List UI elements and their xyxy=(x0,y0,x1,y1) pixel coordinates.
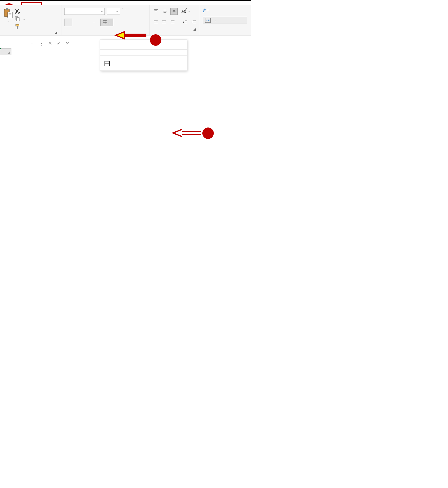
svg-rect-2 xyxy=(8,12,12,18)
svg-point-6 xyxy=(15,12,16,13)
row-headers xyxy=(0,48,11,55)
cut-button[interactable] xyxy=(15,8,25,14)
svg-text:c: c xyxy=(203,10,204,13)
underline-button[interactable] xyxy=(83,19,91,26)
svg-rect-1 xyxy=(6,8,8,10)
cancel-formula-button[interactable]: ✕ xyxy=(46,41,54,46)
copy-button[interactable]: ⌄ xyxy=(15,16,25,21)
align-left-button[interactable] xyxy=(152,19,159,26)
increase-indent-button[interactable] xyxy=(190,19,197,26)
borders-dropdown xyxy=(100,40,187,55)
align-bottom-button[interactable] xyxy=(170,8,178,15)
align-right-button[interactable] xyxy=(169,19,176,26)
bold-button[interactable] xyxy=(64,19,72,26)
svg-point-7 xyxy=(18,12,20,13)
svg-rect-41 xyxy=(205,18,210,23)
merge-center-button[interactable]: ⌄ xyxy=(203,17,247,24)
enter-formula-button[interactable]: ✓ xyxy=(54,41,63,46)
copy-chevron-icon[interactable]: ⌄ xyxy=(23,17,25,20)
font-size-select[interactable]: ⌄ xyxy=(107,8,120,15)
paintbrush-icon xyxy=(15,24,20,29)
annotation-arrow-2 xyxy=(114,31,148,40)
merge-icon xyxy=(205,18,211,23)
svg-rect-10 xyxy=(16,24,19,26)
orientation-button[interactable]: ab⌄ xyxy=(181,8,191,15)
group-wrap-merge: abc ⌄ xyxy=(200,5,250,35)
decrease-indent-button[interactable] xyxy=(182,19,189,26)
wrap-text-button[interactable]: abc xyxy=(203,8,247,13)
dd-section-borders xyxy=(100,42,187,45)
dd-section-draw xyxy=(100,51,187,54)
paste-button[interactable]: ⌄ xyxy=(3,8,15,29)
increase-font-button[interactable]: ˆ xyxy=(122,8,123,15)
paste-icon xyxy=(3,8,13,19)
alignment-dialog-launcher[interactable]: ◢ xyxy=(193,27,197,31)
scissors-icon xyxy=(15,8,20,14)
align-top-button[interactable] xyxy=(152,8,160,15)
underline-chevron[interactable]: ⌄ xyxy=(93,21,95,24)
paste-chevron-icon[interactable]: ⌄ xyxy=(7,19,9,22)
decrease-font-button[interactable]: ˇ xyxy=(125,9,125,14)
select-all-corner[interactable] xyxy=(0,48,11,55)
formula-handle-icon[interactable]: ⋮ xyxy=(37,41,46,46)
format-painter-button[interactable] xyxy=(15,24,25,29)
name-box[interactable]: ⌄ xyxy=(2,40,35,47)
fx-button[interactable]: fx xyxy=(63,41,72,46)
font-name-select[interactable]: ⌄ xyxy=(64,8,105,15)
borders-button[interactable]: ⌄ xyxy=(100,19,113,26)
group-alignment: ab⌄ ◢ xyxy=(150,5,200,35)
svg-rect-9 xyxy=(16,18,19,21)
italic-button[interactable] xyxy=(74,19,82,26)
svg-text:ab: ab xyxy=(181,9,186,14)
copy-icon xyxy=(15,16,20,21)
align-middle-button[interactable] xyxy=(161,8,168,15)
orientation-icon: ab xyxy=(181,8,188,15)
group-clipboard: ⌄ ⌄ ◢ xyxy=(0,5,61,35)
annotation-badge-2 xyxy=(150,34,161,46)
align-center-button[interactable] xyxy=(161,19,168,26)
ribbon-tabs xyxy=(0,1,251,5)
clipboard-dialog-launcher[interactable]: ◢ xyxy=(55,31,58,34)
wrap-icon: abc xyxy=(203,8,208,13)
svg-rect-45 xyxy=(124,33,146,37)
borders-icon xyxy=(103,20,107,25)
